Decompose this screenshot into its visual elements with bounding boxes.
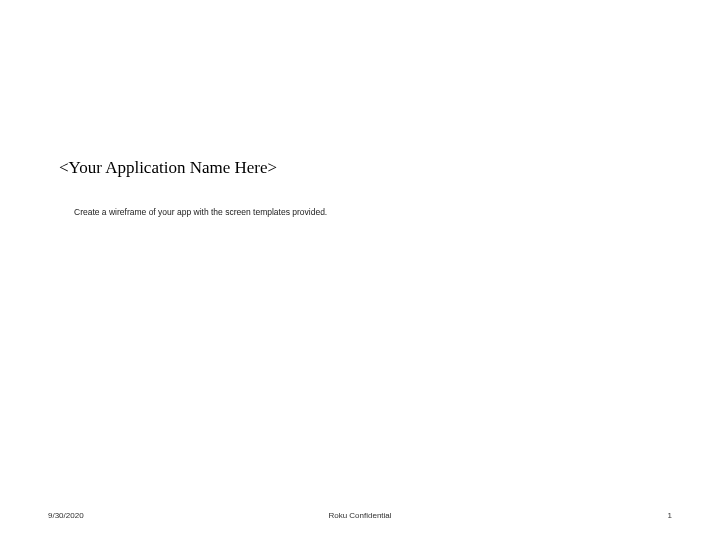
slide-subtitle: Create a wireframe of your app with the … <box>74 207 327 217</box>
slide: <Your Application Name Here> Create a wi… <box>0 0 720 540</box>
footer-page-number: 1 <box>668 511 672 520</box>
footer-confidential: Roku Confidential <box>0 511 720 520</box>
slide-title: <Your Application Name Here> <box>59 158 277 178</box>
